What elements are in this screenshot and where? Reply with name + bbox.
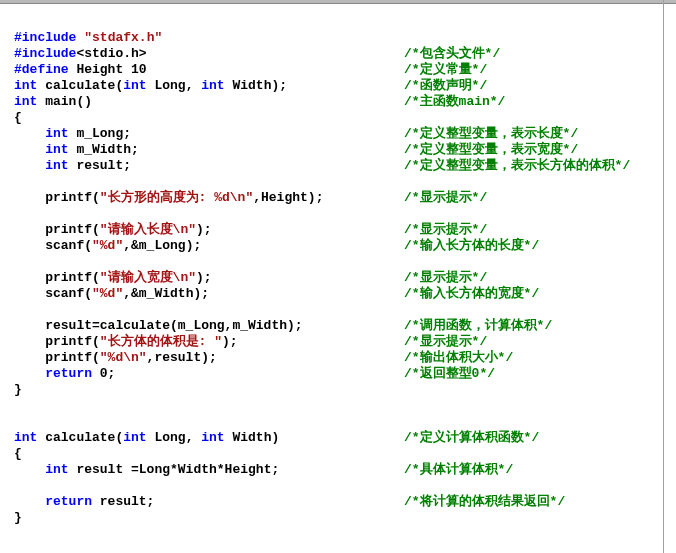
token-preproc: #include [14, 30, 76, 45]
comment: /*输入长方体的长度*/ [404, 238, 539, 254]
token-keyword: int [14, 94, 37, 109]
code-text: int calculate(int Long, int Width); [14, 78, 404, 94]
code-text: scanf("%d",&m_Width); [14, 286, 404, 302]
comment: /*显示提示*/ [404, 334, 487, 350]
token-plain: printf( [45, 350, 100, 365]
code-text: } [14, 510, 404, 526]
code-line: printf("请输入宽度\n");/*显示提示*/ [14, 270, 662, 286]
code-line: int m_Long;/*定义整型变量，表示长度*/ [14, 126, 662, 142]
token-keyword: int [45, 126, 68, 141]
code-line: printf("请输入长度\n");/*显示提示*/ [14, 222, 662, 238]
right-margin-indicator [663, 0, 664, 553]
code-text: int calculate(int Long, int Width) [14, 430, 404, 446]
code-line: int calculate(int Long, int Width);/*函数声… [14, 78, 662, 94]
code-line: } [14, 382, 662, 398]
editor-window: #include "stdafx.h"#include<stdio.h>/*包含… [0, 0, 676, 553]
comment: /*定义常量*/ [404, 62, 487, 78]
token-plain: result =Long*Width*Height; [69, 462, 280, 477]
code-line [14, 302, 662, 318]
token-keyword: int [123, 78, 146, 93]
token-plain: } [14, 382, 22, 397]
code-text: { [14, 110, 404, 126]
comment: /*输入长方体的宽度*/ [404, 286, 539, 302]
token-plain: Long, [147, 430, 202, 445]
token-keyword: int [201, 78, 224, 93]
token-keyword: int [45, 142, 68, 157]
token-plain: result=calculate(m_Long,m_Width); [45, 318, 302, 333]
code-line: #define Height 10/*定义常量*/ [14, 62, 662, 78]
code-line [14, 206, 662, 222]
code-line: printf("长方形的高度为: %d\n",Height);/*显示提示*/ [14, 190, 662, 206]
token-plain: 0; [92, 366, 115, 381]
token-plain: { [14, 446, 22, 461]
code-line: #include<stdio.h>/*包含头文件*/ [14, 46, 662, 62]
code-text: result=calculate(m_Long,m_Width); [14, 318, 404, 334]
comment: /*显示提示*/ [404, 190, 487, 206]
comment: /*具体计算体积*/ [404, 462, 513, 478]
code-line [14, 398, 662, 414]
comment: /*显示提示*/ [404, 222, 487, 238]
token-string: "%d" [92, 286, 123, 301]
token-string: "%d\n" [100, 350, 147, 365]
comment: /*函数声明*/ [404, 78, 487, 94]
code-line: { [14, 446, 662, 462]
comment: /*调用函数，计算体积*/ [404, 318, 552, 334]
token-string: "%d" [92, 238, 123, 253]
code-line: int result =Long*Width*Height;/*具体计算体积*/ [14, 462, 662, 478]
code-line [14, 414, 662, 430]
code-text: printf("请输入宽度\n"); [14, 270, 404, 286]
code-text: { [14, 446, 404, 462]
comment: /*显示提示*/ [404, 270, 487, 286]
comment: /*定义整型变量，表示长度*/ [404, 126, 578, 142]
token-plain: ); [222, 334, 238, 349]
code-text: int m_Long; [14, 126, 404, 142]
token-plain: ); [196, 222, 212, 237]
token-preproc: #include [14, 46, 76, 61]
token-keyword: int [14, 430, 37, 445]
code-line [14, 254, 662, 270]
token-plain: } [14, 510, 22, 525]
code-text: #define Height 10 [14, 62, 404, 78]
code-line: int result;/*定义整型变量，表示长方体的体积*/ [14, 158, 662, 174]
code-line: printf("长方体的体积是: ");/*显示提示*/ [14, 334, 662, 350]
token-plain: ); [196, 270, 212, 285]
code-text: #include<stdio.h> [14, 46, 404, 62]
code-text: } [14, 382, 404, 398]
token-plain: ,&m_Width); [123, 286, 209, 301]
code-text: #include "stdafx.h" [14, 30, 404, 46]
code-line: int main()/*主函数main*/ [14, 94, 662, 110]
token-plain: { [14, 110, 22, 125]
comment: /*定义整型变量，表示长方体的体积*/ [404, 158, 630, 174]
token-plain: calculate( [37, 430, 123, 445]
code-text: return 0; [14, 366, 404, 382]
code-line: { [14, 110, 662, 126]
comment: /*定义整型变量，表示宽度*/ [404, 142, 578, 158]
code-line: result=calculate(m_Long,m_Width);/*调用函数，… [14, 318, 662, 334]
comment: /*主函数main*/ [404, 94, 505, 110]
token-plain: Height 10 [69, 62, 147, 77]
token-keyword: int [45, 462, 68, 477]
token-plain: scanf( [45, 286, 92, 301]
code-text: printf("长方体的体积是: "); [14, 334, 404, 350]
code-text: return result; [14, 494, 404, 510]
comment: /*返回整型0*/ [404, 366, 495, 382]
code-line [14, 174, 662, 190]
token-string: "长方形的高度为: %d\n" [100, 190, 253, 205]
token-plain: <stdio.h> [76, 46, 146, 61]
code-text: int result; [14, 158, 404, 174]
token-plain: printf( [45, 334, 100, 349]
token-keyword: return [45, 366, 92, 381]
code-editor[interactable]: #include "stdafx.h"#include<stdio.h>/*包含… [0, 4, 676, 553]
code-line: int calculate(int Long, int Width)/*定义计算… [14, 430, 662, 446]
code-text: scanf("%d",&m_Long); [14, 238, 404, 254]
code-text: int m_Width; [14, 142, 404, 158]
code-line: printf("%d\n",result);/*输出体积大小*/ [14, 350, 662, 366]
token-plain: Width) [225, 430, 280, 445]
token-string: "请输入宽度\n" [100, 270, 196, 285]
token-plain: calculate( [37, 78, 123, 93]
code-text: printf("长方形的高度为: %d\n",Height); [14, 190, 404, 206]
token-plain: result; [69, 158, 131, 173]
token-plain: printf( [45, 222, 100, 237]
token-plain: main() [37, 94, 92, 109]
token-plain: ,Height); [253, 190, 323, 205]
